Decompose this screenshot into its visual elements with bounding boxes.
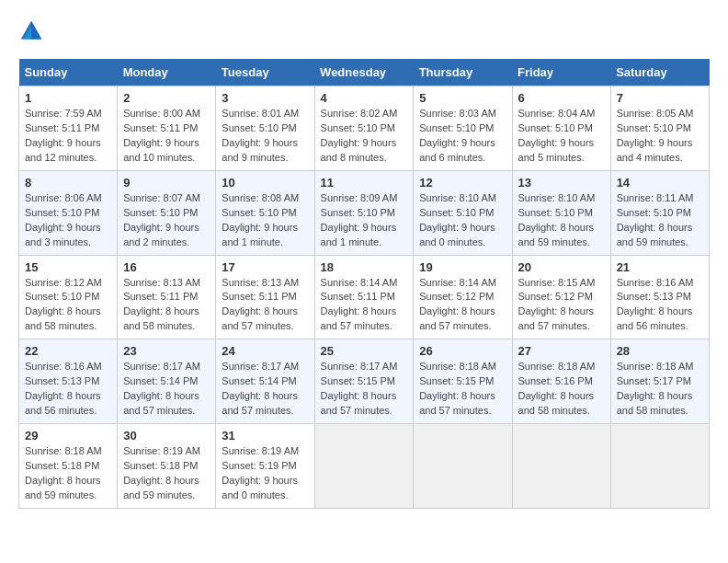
empty-cell [512,424,610,509]
day-cell-23: 23Sunrise: 8:17 AMSunset: 5:14 PMDayligh… [118,339,216,424]
day-number: 22 [25,344,111,358]
calendar-table: SundayMondayTuesdayWednesdayThursdayFrid… [18,59,710,509]
day-info: Sunrise: 8:00 AMSunset: 5:11 PMDaylight:… [123,107,210,166]
svg-marker-2 [31,21,41,40]
day-number: 27 [518,344,605,358]
day-cell-21: 21Sunrise: 8:16 AMSunset: 5:13 PMDayligh… [610,255,709,339]
day-number: 19 [419,260,506,274]
day-cell-24: 24Sunrise: 8:17 AMSunset: 5:14 PMDayligh… [216,339,314,424]
day-number: 7 [617,91,703,105]
day-info: Sunrise: 8:03 AMSunset: 5:10 PMDaylight:… [419,107,506,166]
day-info: Sunrise: 7:59 AMSunset: 5:11 PMDaylight:… [25,107,111,166]
day-info: Sunrise: 8:06 AMSunset: 5:10 PMDaylight:… [25,191,111,250]
day-info: Sunrise: 8:18 AMSunset: 5:16 PMDaylight:… [518,360,605,419]
day-number: 4 [321,91,408,105]
day-number: 5 [419,91,506,105]
day-number: 29 [25,429,111,442]
day-info: Sunrise: 8:04 AMSunset: 5:10 PMDaylight:… [518,107,605,166]
day-cell-27: 27Sunrise: 8:18 AMSunset: 5:16 PMDayligh… [512,339,610,424]
day-info: Sunrise: 8:19 AMSunset: 5:19 PMDaylight:… [222,444,308,503]
day-info: Sunrise: 8:17 AMSunset: 5:14 PMDaylight:… [123,360,210,419]
day-info: Sunrise: 8:15 AMSunset: 5:12 PMDaylight:… [518,276,605,335]
day-info: Sunrise: 8:18 AMSunset: 5:17 PMDaylight:… [617,360,703,419]
day-cell-11: 11Sunrise: 8:09 AMSunset: 5:10 PMDayligh… [314,170,414,255]
day-number: 2 [123,91,210,105]
col-header-friday: Friday [512,59,610,86]
day-number: 8 [25,176,111,190]
empty-cell [414,424,512,509]
empty-cell [610,424,709,509]
day-cell-22: 22Sunrise: 8:16 AMSunset: 5:13 PMDayligh… [19,339,118,424]
day-info: Sunrise: 8:18 AMSunset: 5:18 PMDaylight:… [25,444,111,503]
day-cell-13: 13Sunrise: 8:10 AMSunset: 5:10 PMDayligh… [512,170,610,255]
day-number: 25 [321,344,408,358]
page-header [18,18,710,44]
day-cell-4: 4Sunrise: 8:02 AMSunset: 5:10 PMDaylight… [314,86,414,171]
day-info: Sunrise: 8:01 AMSunset: 5:10 PMDaylight:… [222,107,308,166]
day-number: 13 [518,176,605,190]
day-number: 10 [222,176,308,190]
col-header-tuesday: Tuesday [216,59,314,86]
calendar-row-4: 22Sunrise: 8:16 AMSunset: 5:13 PMDayligh… [19,339,710,424]
day-info: Sunrise: 8:02 AMSunset: 5:10 PMDaylight:… [321,107,408,166]
day-cell-7: 7Sunrise: 8:05 AMSunset: 5:10 PMDaylight… [610,86,709,171]
day-cell-31: 31Sunrise: 8:19 AMSunset: 5:19 PMDayligh… [216,424,314,509]
day-info: Sunrise: 8:10 AMSunset: 5:10 PMDaylight:… [518,191,605,250]
calendar-row-5: 29Sunrise: 8:18 AMSunset: 5:18 PMDayligh… [19,424,710,509]
day-number: 9 [123,176,210,190]
calendar-header-row: SundayMondayTuesdayWednesdayThursdayFrid… [19,59,710,86]
logo-icon [18,18,44,44]
day-info: Sunrise: 8:18 AMSunset: 5:15 PMDaylight:… [419,360,506,419]
day-info: Sunrise: 8:19 AMSunset: 5:18 PMDaylight:… [123,444,210,503]
day-cell-25: 25Sunrise: 8:17 AMSunset: 5:15 PMDayligh… [314,339,414,424]
day-info: Sunrise: 8:12 AMSunset: 5:10 PMDaylight:… [25,276,111,335]
logo [18,18,48,44]
day-number: 20 [518,260,605,274]
day-info: Sunrise: 8:16 AMSunset: 5:13 PMDaylight:… [617,276,703,335]
day-number: 3 [222,91,308,105]
day-number: 6 [518,91,605,105]
day-cell-6: 6Sunrise: 8:04 AMSunset: 5:10 PMDaylight… [512,86,610,171]
day-info: Sunrise: 8:08 AMSunset: 5:10 PMDaylight:… [222,191,308,250]
day-number: 28 [617,344,703,358]
day-cell-20: 20Sunrise: 8:15 AMSunset: 5:12 PMDayligh… [512,255,610,339]
day-cell-30: 30Sunrise: 8:19 AMSunset: 5:18 PMDayligh… [118,424,216,509]
day-info: Sunrise: 8:16 AMSunset: 5:13 PMDaylight:… [25,360,111,419]
day-cell-17: 17Sunrise: 8:13 AMSunset: 5:11 PMDayligh… [216,255,314,339]
day-number: 24 [222,344,308,358]
calendar-row-2: 8Sunrise: 8:06 AMSunset: 5:10 PMDaylight… [19,170,710,255]
calendar-row-1: 1Sunrise: 7:59 AMSunset: 5:11 PMDaylight… [19,86,710,171]
day-number: 31 [222,429,308,442]
day-cell-2: 2Sunrise: 8:00 AMSunset: 5:11 PMDaylight… [118,86,216,171]
day-info: Sunrise: 8:13 AMSunset: 5:11 PMDaylight:… [222,276,308,335]
day-info: Sunrise: 8:14 AMSunset: 5:12 PMDaylight:… [419,276,506,335]
calendar-row-3: 15Sunrise: 8:12 AMSunset: 5:10 PMDayligh… [19,255,710,339]
day-info: Sunrise: 8:17 AMSunset: 5:14 PMDaylight:… [222,360,308,419]
day-cell-26: 26Sunrise: 8:18 AMSunset: 5:15 PMDayligh… [414,339,512,424]
day-info: Sunrise: 8:13 AMSunset: 5:11 PMDaylight:… [123,276,210,335]
day-number: 16 [123,260,210,274]
day-cell-12: 12Sunrise: 8:10 AMSunset: 5:10 PMDayligh… [414,170,512,255]
day-number: 1 [25,91,111,105]
day-cell-3: 3Sunrise: 8:01 AMSunset: 5:10 PMDaylight… [216,86,314,171]
day-cell-15: 15Sunrise: 8:12 AMSunset: 5:10 PMDayligh… [19,255,118,339]
col-header-thursday: Thursday [414,59,512,86]
day-cell-29: 29Sunrise: 8:18 AMSunset: 5:18 PMDayligh… [19,424,118,509]
day-info: Sunrise: 8:14 AMSunset: 5:11 PMDaylight:… [321,276,408,335]
day-number: 12 [419,176,506,190]
day-cell-18: 18Sunrise: 8:14 AMSunset: 5:11 PMDayligh… [314,255,414,339]
col-header-saturday: Saturday [610,59,709,86]
day-cell-19: 19Sunrise: 8:14 AMSunset: 5:12 PMDayligh… [414,255,512,339]
day-info: Sunrise: 8:05 AMSunset: 5:10 PMDaylight:… [617,107,703,166]
day-number: 21 [617,260,703,274]
day-number: 11 [321,176,408,190]
day-number: 18 [321,260,408,274]
day-number: 26 [419,344,506,358]
day-number: 23 [123,344,210,358]
day-cell-28: 28Sunrise: 8:18 AMSunset: 5:17 PMDayligh… [610,339,709,424]
day-info: Sunrise: 8:09 AMSunset: 5:10 PMDaylight:… [321,191,408,250]
day-cell-5: 5Sunrise: 8:03 AMSunset: 5:10 PMDaylight… [414,86,512,171]
day-info: Sunrise: 8:17 AMSunset: 5:15 PMDaylight:… [321,360,408,419]
day-number: 17 [222,260,308,274]
day-cell-14: 14Sunrise: 8:11 AMSunset: 5:10 PMDayligh… [610,170,709,255]
